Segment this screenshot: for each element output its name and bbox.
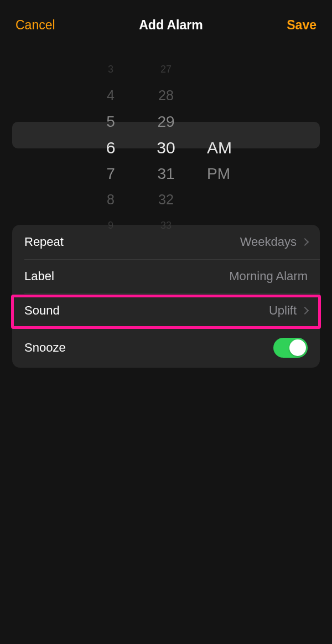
- settings-group: Repeat Weekdays Label Morning Alarm Soun…: [12, 225, 320, 368]
- snooze-toggle[interactable]: [273, 338, 308, 358]
- time-picker[interactable]: 3 27 4 28 5 29 6 30 AM 7 31 PM 8 32: [0, 52, 332, 218]
- modal-header: Cancel Add Alarm Save: [0, 0, 332, 44]
- picker-ampm-option[interactable]: PM: [205, 165, 238, 183]
- label-row[interactable]: Label Morning Alarm: [12, 259, 320, 293]
- modal-title: Add Alarm: [139, 18, 203, 33]
- chevron-right-icon: [301, 307, 309, 315]
- picker-hour-option[interactable]: 8: [94, 192, 127, 208]
- snooze-label: Snooze: [24, 341, 66, 355]
- label-value: Morning Alarm: [229, 269, 308, 284]
- picker-hour-option[interactable]: 7: [94, 165, 127, 183]
- save-button[interactable]: Save: [287, 18, 317, 33]
- chevron-right-icon: [301, 238, 309, 246]
- picker-minute-option[interactable]: 29: [149, 113, 183, 131]
- picker-minute-option[interactable]: 32: [149, 192, 183, 208]
- picker-minute-option[interactable]: 28: [149, 87, 183, 104]
- picker-ampm-selected[interactable]: AM: [205, 138, 238, 157]
- picker-hour-option[interactable]: 4: [94, 87, 127, 104]
- picker-minute-option[interactable]: 27: [149, 64, 183, 75]
- sound-label: Sound: [24, 303, 60, 318]
- picker-minute-option[interactable]: 31: [149, 165, 183, 183]
- cancel-button[interactable]: Cancel: [15, 18, 55, 33]
- snooze-row: Snooze: [12, 328, 320, 368]
- sound-value: Uplift: [269, 303, 297, 318]
- toggle-knob: [289, 339, 306, 356]
- picker-hour-option[interactable]: 9: [94, 220, 127, 231]
- picker-hour-option[interactable]: 3: [94, 64, 127, 75]
- picker-minute-selected[interactable]: 30: [149, 138, 183, 157]
- picker-hour-option[interactable]: 5: [94, 113, 127, 131]
- picker-minute-option[interactable]: 33: [149, 220, 183, 231]
- picker-hour-selected[interactable]: 6: [94, 138, 127, 157]
- label-label: Label: [24, 269, 54, 284]
- sound-row[interactable]: Sound Uplift: [12, 293, 320, 328]
